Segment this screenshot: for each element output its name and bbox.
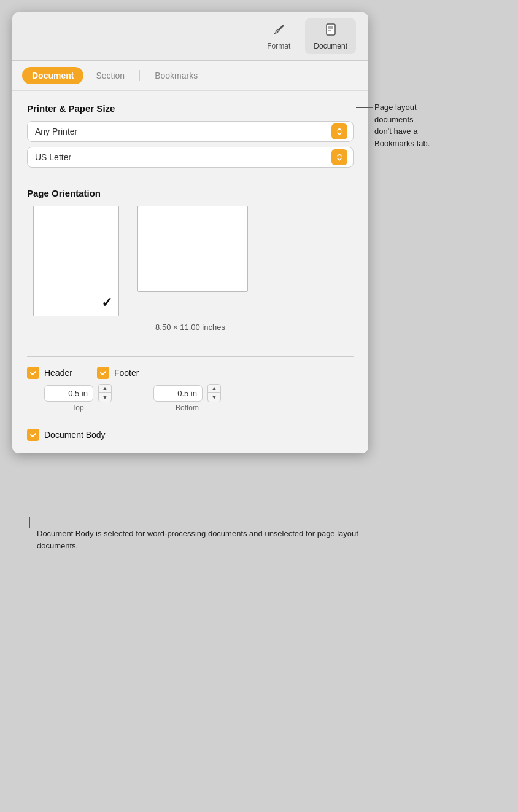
header-stepper-down[interactable]: ▼ — [99, 393, 111, 402]
document-body-checkbox[interactable] — [27, 429, 39, 441]
header-checkbox[interactable] — [27, 367, 39, 379]
annotation-line-vertical — [29, 517, 30, 528]
header-stepper-up[interactable]: ▲ — [99, 385, 111, 393]
tab-section[interactable]: Section — [86, 67, 134, 84]
printer-select-row: Any Printer — [27, 121, 354, 142]
bookmarks-annotation: Page layoutdocumentsdon't have aBookmark… — [374, 101, 509, 149]
panel: Format Document Document Section — [12, 12, 368, 453]
printer-section-title: Printer & Paper Size — [27, 103, 354, 114]
portrait-preview: ✓ — [33, 206, 119, 316]
orientation-options: ✓ — [27, 206, 354, 316]
header-item: Header — [27, 367, 72, 379]
footer-stepper-up[interactable]: ▲ — [208, 385, 220, 393]
printer-select[interactable]: Any Printer — [27, 121, 354, 142]
portrait-option[interactable]: ✓ — [33, 206, 119, 316]
header-col: ▲ ▼ Top — [27, 384, 112, 418]
hf-check-row: Header Footer — [27, 367, 354, 379]
tab-divider — [139, 70, 140, 81]
tab-document[interactable]: Document — [22, 67, 83, 84]
header-input[interactable] — [44, 385, 93, 402]
footer-checkbox[interactable] — [97, 367, 109, 379]
check-icon-2 — [99, 369, 107, 377]
document-body-label: Document Body — [44, 430, 106, 440]
check-icon-3 — [29, 431, 37, 439]
tab-bookmarks[interactable]: Bookmarks — [145, 67, 207, 84]
footer-label: Footer — [114, 368, 139, 378]
divider-1 — [27, 178, 354, 178]
document-body-annotation-text: Document Body is selected for word-proce… — [37, 529, 358, 550]
footer-stepper: ▲ ▼ — [207, 384, 221, 402]
document-label: Document — [314, 42, 347, 50]
footer-item: Footer — [97, 367, 139, 379]
format-icon — [271, 22, 286, 41]
dimensions-label: 8.50 × 11.00 inches — [27, 322, 354, 332]
document-icon — [323, 22, 338, 41]
footer-col: ▲ ▼ Bottom — [136, 384, 221, 418]
footer-input-row: ▲ ▼ — [153, 384, 221, 402]
divider-2 — [27, 356, 354, 357]
footer-caption: Bottom — [153, 404, 221, 412]
footer-stepper-down[interactable]: ▼ — [208, 393, 220, 402]
landscape-option[interactable] — [137, 206, 248, 292]
header-input-row: ▲ ▼ — [44, 384, 112, 402]
document-body-annotation: Document Body is selected for word-proce… — [12, 528, 393, 552]
header-caption: Top — [44, 404, 112, 412]
toolbar: Format Document — [12, 12, 368, 61]
format-toolbar-button[interactable]: Format — [258, 18, 299, 54]
header-label: Header — [44, 368, 72, 378]
document-toolbar-button[interactable]: Document — [305, 18, 356, 54]
orientation-title: Page Orientation — [27, 188, 354, 198]
check-icon — [29, 369, 37, 377]
tabs-row: Document Section Bookmarks — [12, 61, 368, 91]
content-area: Printer & Paper Size Any Printer US Lett… — [12, 91, 368, 453]
orientation-section: Page Orientation ✓ 8.50 × 11.00 inches — [27, 188, 354, 332]
header-footer-section: Header Footer — [27, 367, 354, 441]
header-stepper: ▲ ▼ — [98, 384, 112, 402]
portrait-checkmark: ✓ — [101, 295, 112, 311]
footer-input[interactable] — [153, 385, 203, 402]
hf-input-pair: ▲ ▼ Top ▲ ▼ — [27, 384, 354, 418]
bookmarks-annotation-text: Page layoutdocumentsdon't have aBookmark… — [374, 103, 430, 148]
landscape-preview — [137, 206, 248, 292]
paper-select[interactable]: US Letter — [27, 147, 354, 168]
svg-rect-0 — [327, 24, 335, 35]
format-label: Format — [267, 42, 290, 50]
document-body-row: Document Body — [27, 421, 354, 441]
paper-select-row: US Letter — [27, 147, 354, 168]
